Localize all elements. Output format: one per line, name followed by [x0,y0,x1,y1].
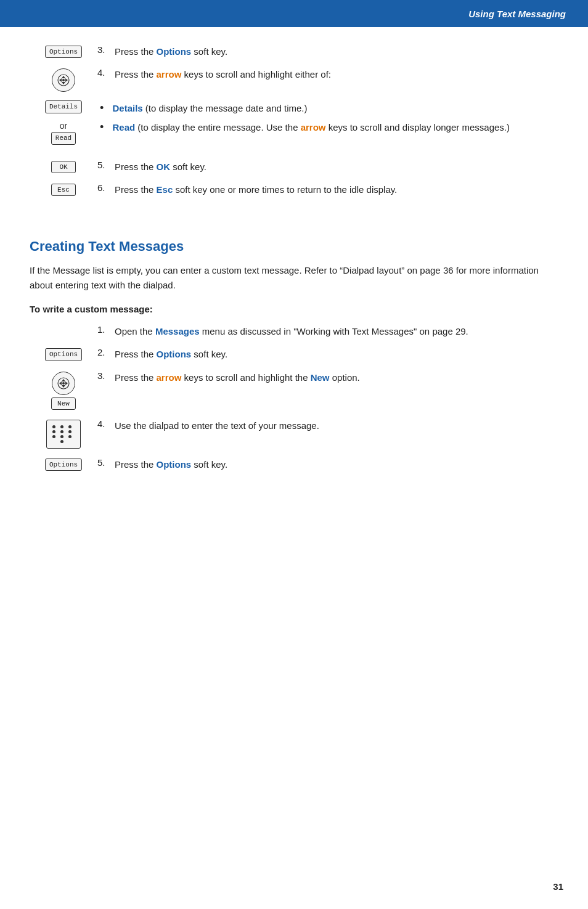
s2-step-1-row: 1. Open the Messages menu as discussed i… [30,324,558,338]
arrow-circle-icon [52,68,75,92]
ok-keyword: OK [157,161,171,172]
page-number: 31 [553,881,563,892]
step-6-text: Press the Esc soft key one or more times… [115,182,397,197]
new-keyword: New [311,372,330,383]
arrow-nav-svg [57,73,70,87]
s2-step-2-text: Press the Options soft key. [115,347,227,361]
esc-keyword: Esc [157,184,173,195]
step-5-icon-col: OK [30,160,97,173]
ok-key-icon: OK [51,161,76,173]
details-text: Details (to display the message date and… [112,103,307,113]
arrow-keyword-read: arrow [301,122,326,132]
s2-step-2-icon-col: Options [30,347,97,361]
options-key-icon: Options [45,46,82,58]
step-4-row: 4. Press the arrow keys to scroll and hi… [30,67,558,92]
bullet-dot-details: • [100,102,104,114]
step-6-row: Esc 6. Press the Esc soft key one or mor… [30,182,558,197]
s2-step-5-desc: 5. Press the Options soft key. [97,457,558,471]
page: Using Text Messaging Options 3. Press th… [0,0,588,909]
bullet-details-content: • Details (to display the message date a… [97,100,558,116]
s2-step-2-num: 2. [97,347,110,357]
svg-marker-2 [62,82,65,84]
details-keyword: Details [112,103,142,113]
svg-marker-9 [59,381,62,385]
svg-marker-7 [62,379,65,381]
step-4-icon-col [30,67,97,92]
read-key-icon: Read [51,132,76,144]
bullet-details-row: Details • Details (to display the messag… [30,100,558,116]
svg-marker-1 [62,76,65,78]
s2-step-3-num: 3. [97,370,110,381]
s2-step-3-row: New 3. Press the arrow keys to scroll an… [30,370,558,410]
s2-options-keyword-5: Options [157,459,192,470]
s2-step-5-num: 5. [97,457,110,468]
step-3-row: Options 3. Press the Options soft key. [30,44,558,59]
s2-arrow-circle-icon [52,372,75,395]
or-label: or [60,121,67,131]
bullet-read-content: • Read (to display the entire message. U… [97,120,558,135]
bullet-details-icon-col: Details [30,100,97,113]
s2-step-5-text: Press the Options soft key. [115,457,227,471]
s2-step-3-text: Press the arrow keys to scroll and highl… [115,370,360,385]
header-title: Using Text Messaging [468,9,566,19]
s2-options-keyword: Options [157,349,192,359]
options-keyword: Options [157,46,192,57]
step-4-text: Press the arrow keys to scroll and highl… [115,67,331,81]
header-bar: Using Text Messaging [0,0,588,27]
s2-step-1-desc: 1. Open the Messages menu as discussed i… [97,324,558,338]
read-text: Read (to display the entire message. Use… [112,122,510,132]
svg-marker-4 [65,78,68,82]
step-3-num: 3. [97,44,110,55]
step-6-icon-col: Esc [30,182,97,196]
s2-step-1-icon-col [30,324,97,325]
bullet-read-icon-col: or Read [30,120,97,144]
section2-heading: Creating Text Messages [30,238,558,255]
s2-arrow-nav-svg [57,377,70,390]
svg-marker-8 [62,385,65,388]
s2-step-4-icon-col [30,418,97,449]
bullet-read-row: or Read • Read (to display the entire me… [30,120,558,144]
step-5-num: 5. [97,160,110,170]
s2-step-2-row: Options 2. Press the Options soft key. [30,347,558,361]
bullet-dot-read: • [100,121,104,133]
section2-subheading: To write a custom message: [30,304,558,314]
svg-marker-10 [65,381,68,385]
step-5-desc: 5. Press the OK soft key. [97,160,558,174]
svg-marker-3 [59,78,62,82]
svg-point-5 [62,79,65,81]
s2-step-4-desc: 4. Use the dialpad to enter the text of … [97,418,558,433]
s2-step-1-num: 1. [97,324,110,335]
s2-step-5-row: Options 5. Press the Options soft key. [30,457,558,471]
s2-step-4-row: 4. Use the dialpad to enter the text of … [30,418,558,449]
dialpad-icon [46,420,81,449]
esc-key-icon: Esc [51,184,76,196]
read-keyword: Read [112,122,135,132]
s2-step-3-icon-col: New [30,370,97,410]
s2-step-2-desc: 2. Press the Options soft key. [97,347,558,361]
step-3-icon-col: Options [30,44,97,58]
step-5-text: Press the OK soft key. [115,160,206,174]
s2-step-5-icon-col: Options [30,457,97,471]
s2-step-3-desc: 3. Press the arrow keys to scroll and hi… [97,370,558,385]
step-4-num: 4. [97,67,110,78]
arrow-keyword-4: arrow [157,69,182,79]
step-3-text: Press the Options soft key. [115,44,227,59]
step-5-row: OK 5. Press the OK soft key. [30,160,558,174]
step-6-num: 6. [97,182,110,193]
s2-step-1-text: Open the Messages menu as discussed in "… [115,324,468,338]
s2-arrow-keyword: arrow [157,372,182,383]
step-4-desc: 4. Press the arrow keys to scroll and hi… [97,67,558,81]
step-3-desc: 3. Press the Options soft key. [97,44,558,59]
details-key-icon: Details [45,100,82,113]
s2-step-4-text: Use the dialpad to enter the text of you… [115,418,319,433]
svg-point-11 [62,382,65,385]
s2-options-key-icon: Options [45,348,82,361]
s2-options-key-icon-5: Options [45,459,82,471]
step-6-desc: 6. Press the Esc soft key one or more ti… [97,182,558,197]
content-area: Options 3. Press the Options soft key. [0,27,588,505]
s2-step-4-num: 4. [97,418,110,429]
messages-keyword: Messages [155,326,200,336]
new-key-icon: New [51,397,76,410]
section2-para: If the Message list is empty, you can en… [30,263,558,293]
